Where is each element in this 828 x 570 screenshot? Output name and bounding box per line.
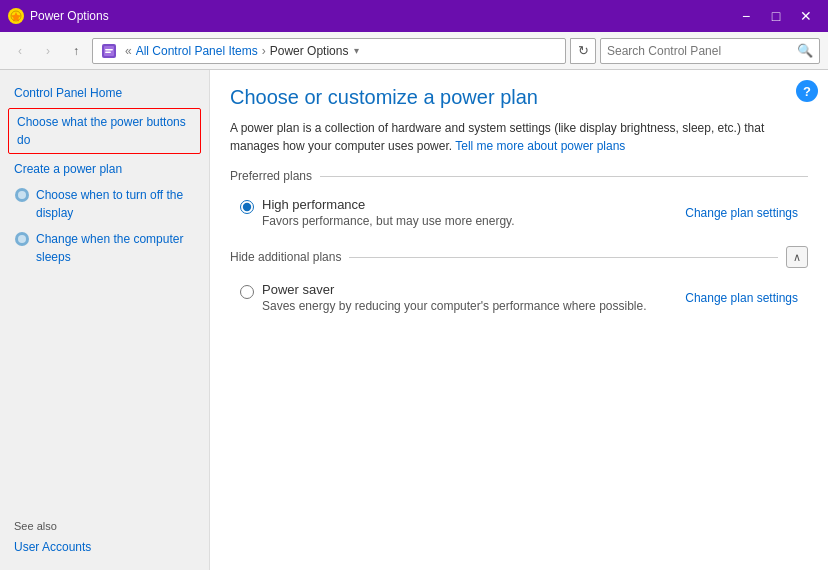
breadcrumb-current: Power Options bbox=[270, 44, 349, 58]
power-saver-settings-link[interactable]: Change plan settings bbox=[685, 291, 798, 305]
see-also-label: See also bbox=[0, 514, 209, 534]
help-button[interactable]: ? bbox=[796, 80, 818, 102]
title-bar: Power Options − □ ✕ bbox=[0, 0, 828, 32]
breadcrumb-sep1: « bbox=[125, 44, 132, 58]
forward-button[interactable]: › bbox=[36, 39, 60, 63]
svg-rect-4 bbox=[105, 51, 111, 53]
window-title: Power Options bbox=[30, 9, 732, 23]
high-performance-plan: High performance Favors performance, but… bbox=[230, 191, 808, 234]
high-performance-radio[interactable] bbox=[240, 200, 254, 214]
breadcrumb-arrow: › bbox=[262, 44, 266, 58]
back-button[interactable]: ‹ bbox=[8, 39, 32, 63]
up-button[interactable]: ↑ bbox=[64, 39, 88, 63]
hide-plans-divider bbox=[349, 257, 778, 258]
power-saver-plan: Power saver Saves energy by reducing you… bbox=[230, 276, 808, 319]
hide-plans-chevron-button[interactable]: ∧ bbox=[786, 246, 808, 268]
breadcrumb-all-items[interactable]: All Control Panel Items bbox=[136, 44, 258, 58]
sidebar: Control Panel Home Choose what the power… bbox=[0, 70, 210, 570]
content-area: ? Choose or customize a power plan A pow… bbox=[210, 70, 828, 570]
address-bar: ‹ › ↑ « All Control Panel Items › Power … bbox=[0, 32, 828, 70]
sidebar-item-display[interactable]: Choose when to turn off the display bbox=[0, 182, 209, 226]
search-input[interactable] bbox=[607, 44, 797, 58]
sidebar-item-power-buttons[interactable]: Choose what the power buttons do bbox=[8, 108, 201, 154]
svg-rect-3 bbox=[105, 49, 113, 51]
close-button[interactable]: ✕ bbox=[792, 6, 820, 26]
sidebar-user-accounts[interactable]: User Accounts bbox=[0, 534, 209, 560]
power-saver-info: Power saver Saves energy by reducing you… bbox=[262, 282, 685, 313]
minimize-button[interactable]: − bbox=[732, 6, 760, 26]
sidebar-item-create-plan[interactable]: Create a power plan bbox=[0, 156, 209, 182]
breadcrumb-icon bbox=[101, 43, 121, 59]
page-title: Choose or customize a power plan bbox=[230, 86, 808, 109]
learn-more-link[interactable]: Tell me more about power plans bbox=[455, 139, 625, 153]
preferred-plans-label: Preferred plans bbox=[230, 169, 808, 183]
search-icon[interactable]: 🔍 bbox=[797, 43, 813, 58]
high-performance-desc: Favors performance, but may use more ene… bbox=[262, 214, 685, 228]
power-saver-name: Power saver bbox=[262, 282, 685, 297]
window-controls: − □ ✕ bbox=[732, 6, 820, 26]
maximize-button[interactable]: □ bbox=[762, 6, 790, 26]
breadcrumb-chevron[interactable]: ▾ bbox=[354, 45, 359, 56]
sidebar-home[interactable]: Control Panel Home bbox=[0, 80, 209, 106]
refresh-button[interactable]: ↻ bbox=[570, 38, 596, 64]
svg-rect-2 bbox=[104, 46, 114, 56]
power-saver-radio[interactable] bbox=[240, 285, 254, 299]
svg-point-8 bbox=[18, 235, 26, 243]
high-performance-settings-link[interactable]: Change plan settings bbox=[685, 206, 798, 220]
display-icon bbox=[14, 187, 30, 203]
sidebar-item-sleep[interactable]: Change when the computer sleeps bbox=[0, 226, 209, 270]
app-icon bbox=[8, 8, 24, 24]
high-performance-name: High performance bbox=[262, 197, 685, 212]
high-performance-info: High performance Favors performance, but… bbox=[262, 197, 685, 228]
hide-additional-plans-section: Hide additional plans ∧ bbox=[230, 246, 808, 268]
sleep-icon bbox=[14, 231, 30, 247]
search-box: 🔍 bbox=[600, 38, 820, 64]
hide-plans-label: Hide additional plans bbox=[230, 250, 341, 264]
power-saver-desc: Saves energy by reducing your computer's… bbox=[262, 299, 685, 313]
description: A power plan is a collection of hardware… bbox=[230, 119, 808, 155]
address-path: « All Control Panel Items › Power Option… bbox=[92, 38, 566, 64]
main-layout: Control Panel Home Choose what the power… bbox=[0, 70, 828, 570]
svg-point-6 bbox=[18, 191, 26, 199]
